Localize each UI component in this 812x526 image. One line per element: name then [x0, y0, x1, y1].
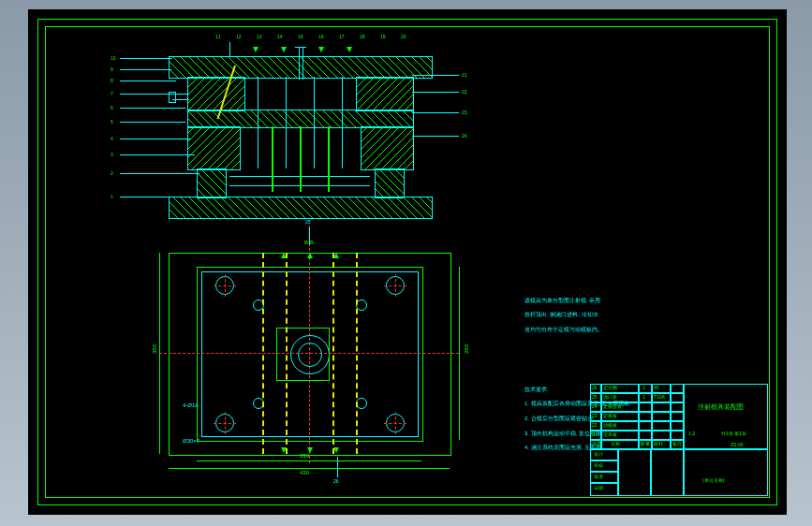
leader-line — [120, 122, 185, 123]
dim-text: 260 — [464, 344, 469, 354]
dim-text: 330 — [300, 453, 309, 459]
dim-width — [169, 468, 450, 469]
leader-num: 1 — [111, 194, 113, 199]
sprue-pin-r — [303, 47, 303, 80]
cad-canvas[interactable]: 10 9 8 7 6 5 4 3 2 1 11 12 13 14 15 16 1… — [28, 9, 787, 515]
leader-num: 21 — [462, 72, 467, 78]
hole-note: 4-Ø16 — [183, 402, 199, 408]
note-line: 该模具为单分型面注射模, 采用 — [524, 298, 600, 303]
bolt-hole — [386, 276, 405, 295]
ejector-pin-1 — [272, 126, 273, 192]
leader-num: 17 — [339, 34, 345, 39]
leader-num: 24 — [462, 133, 467, 139]
section-arrow-up — [333, 253, 339, 258]
signature-area — [684, 449, 768, 496]
sig-date-col — [651, 449, 684, 496]
hdr-rem: 备注 — [672, 441, 682, 446]
sig-design: 设计 — [594, 451, 603, 457]
leader-num: 2 — [111, 170, 113, 176]
leader-25-line — [309, 226, 310, 245]
pl-name: 定模板 — [603, 413, 617, 418]
upper-note-block: 该模具为单分型面注射模, 采用 推杆顶出, 侧浇口进料, 冷却水 道均匀分布于定… — [515, 290, 702, 342]
sig-date: 日期 — [594, 485, 603, 490]
bolt-hole — [386, 414, 405, 432]
leader-num: 14 — [277, 34, 283, 39]
dim-inner-width — [197, 460, 421, 461]
leader-line — [120, 58, 171, 59]
moving-die-left — [187, 126, 241, 170]
note-line: 推杆顶出, 侧浇口进料, 冷却水 — [524, 312, 598, 317]
bolt-hole — [215, 414, 234, 432]
leader-line — [229, 42, 230, 56]
leader-line — [120, 173, 199, 174]
moving-die-right — [361, 126, 414, 170]
ejector-pin-3 — [328, 126, 330, 192]
leader-num: 4 — [111, 136, 113, 141]
core-outline-1 — [286, 77, 287, 168]
pl-name: 动模板 — [603, 422, 617, 428]
leader-line — [412, 112, 459, 113]
spacer-right — [375, 168, 405, 198]
pl-num: 22 — [592, 422, 598, 428]
drawing-name: 注射模具装配图 — [698, 402, 744, 412]
tech-req-title: 技术要求: — [524, 387, 549, 392]
hidden-line — [332, 253, 334, 454]
hdr-name: 名称 — [611, 441, 620, 446]
pl-name: 支承板 — [603, 431, 617, 437]
leader-num: 25 — [305, 219, 311, 225]
section-arrow-down — [333, 447, 339, 453]
dim-inner-height — [459, 267, 460, 440]
parts-header-row — [590, 440, 684, 449]
leader-num: 22 — [462, 89, 467, 95]
hidden-line — [262, 253, 264, 454]
leader-num: 6 — [111, 105, 113, 110]
leader-num: 5 — [111, 119, 113, 124]
plan-view: 430 330 350 260 B-B 25 26 4-Ø16 Ø30×7 — [131, 234, 478, 482]
leader-line — [120, 108, 185, 109]
leader-line — [120, 94, 181, 95]
section-arrow — [347, 47, 352, 52]
pl-name: 浇口套 — [603, 394, 617, 400]
app-viewport: 10 9 8 7 6 5 4 3 2 1 11 12 13 14 15 16 1… — [0, 0, 812, 526]
pl-num: 21 — [592, 431, 598, 437]
pl-mat: T10A — [654, 394, 665, 400]
section-view — [140, 37, 450, 220]
leader-26-line — [337, 457, 338, 477]
tech-req-line: 2. 合模后分型面应紧密贴合; — [524, 416, 594, 421]
leader-line — [120, 80, 176, 81]
leader-num: 7 — [111, 91, 113, 96]
leader-line — [120, 197, 209, 197]
fixed-die-left — [187, 77, 245, 111]
center-insert-rect — [276, 328, 330, 381]
leader-line — [120, 69, 171, 70]
hole-note: Ø30×7 — [183, 438, 199, 444]
leader-num: 8 — [111, 78, 113, 83]
leader-line — [412, 75, 459, 76]
dim-text: 350 — [152, 344, 157, 354]
hidden-line — [356, 253, 358, 454]
hdr-num: 序号 — [592, 441, 601, 446]
pl-name: 定位圈 — [603, 385, 617, 390]
parting-plate — [187, 110, 414, 128]
leader-num: 12 — [236, 34, 242, 39]
leader-line — [120, 154, 195, 155]
title-block: 序号 名称 数量 材料 备注 26 定位圈 1 45 25 浇口套 1 T10A… — [590, 384, 768, 496]
leader-num: 10 — [111, 55, 116, 61]
section-arrow — [318, 47, 324, 52]
org-name: (单位名称) — [702, 477, 724, 483]
guide-pillar-2 — [342, 77, 343, 168]
leader-num: 23 — [462, 110, 467, 115]
ejector-pin-2 — [300, 126, 302, 192]
leader-line — [412, 136, 459, 137]
pl-num: 24 — [592, 403, 598, 409]
leader-num: 18 — [360, 34, 365, 39]
leader-line — [412, 92, 459, 93]
leader-line — [120, 139, 190, 139]
pl-mat: 45 — [654, 385, 659, 390]
hidden-line — [286, 253, 288, 454]
hdr-mat: 材料 — [654, 441, 663, 446]
top-plate — [169, 56, 433, 79]
core-outline-2 — [314, 77, 315, 168]
pl-num: 26 — [592, 385, 598, 390]
sig-check: 审核 — [594, 462, 603, 468]
